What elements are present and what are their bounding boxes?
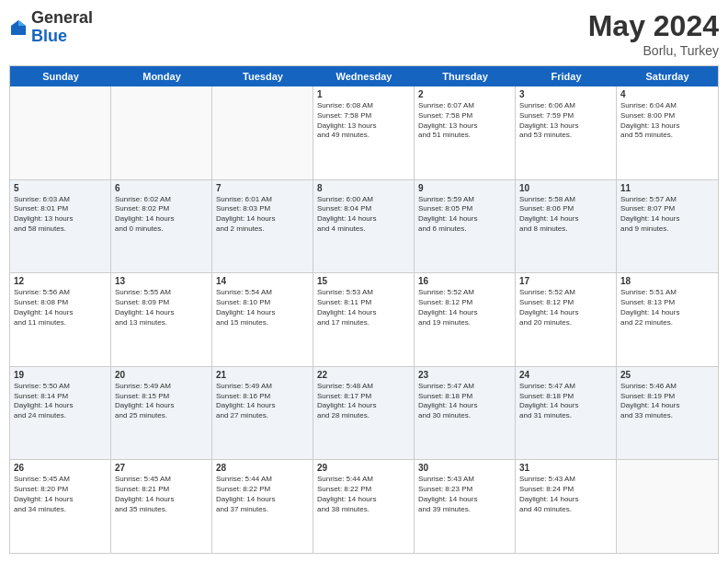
calendar-header: SundayMondayTuesdayWednesdayThursdayFrid… (10, 66, 718, 86)
day-number: 17 (519, 276, 612, 286)
cal-cell-0-1 (111, 86, 212, 179)
cell-line-3: and 19 minutes. (418, 318, 511, 328)
day-number: 31 (519, 463, 612, 473)
cell-line-0: Sunrise: 5:46 AM (620, 382, 714, 392)
cell-line-0: Sunrise: 5:53 AM (317, 288, 410, 298)
day-number: 24 (519, 370, 612, 380)
cell-line-1: Sunset: 8:12 PM (418, 298, 511, 308)
cal-cell-3-3: 22Sunrise: 5:48 AMSunset: 8:17 PMDayligh… (313, 367, 415, 460)
cell-line-0: Sunrise: 5:56 AM (14, 288, 107, 298)
cal-cell-0-6: 4Sunrise: 6:04 AMSunset: 8:00 PMDaylight… (617, 86, 718, 179)
cell-line-3: and 0 minutes. (115, 224, 208, 235)
cal-cell-1-5: 10Sunrise: 5:58 AMSunset: 8:06 PMDayligh… (516, 180, 617, 273)
day-number: 13 (115, 276, 208, 286)
cell-line-3: and 51 minutes. (418, 131, 511, 141)
cell-line-3: and 38 minutes. (317, 505, 410, 515)
cell-info: Sunrise: 5:44 AMSunset: 8:22 PMDaylight:… (216, 475, 309, 514)
cell-line-1: Sunset: 8:24 PM (519, 485, 612, 495)
cell-line-3: and 9 minutes. (620, 224, 714, 235)
cell-line-2: Daylight: 13 hours (519, 121, 612, 132)
cell-line-0: Sunrise: 5:45 AM (14, 475, 107, 485)
cell-line-3: and 25 minutes. (115, 411, 208, 421)
cell-line-1: Sunset: 8:07 PM (620, 204, 714, 214)
svg-marker-1 (18, 20, 26, 26)
cell-line-1: Sunset: 8:13 PM (620, 298, 714, 308)
cell-line-2: Daylight: 14 hours (418, 401, 511, 411)
cell-line-3: and 24 minutes. (14, 411, 107, 421)
cell-line-3: and 35 minutes. (115, 505, 208, 515)
cell-line-1: Sunset: 8:04 PM (317, 204, 410, 214)
cal-cell-1-6: 11Sunrise: 5:57 AMSunset: 8:07 PMDayligh… (617, 180, 718, 273)
cell-info: Sunrise: 5:46 AMSunset: 8:19 PMDaylight:… (620, 382, 714, 421)
cell-line-2: Daylight: 14 hours (317, 308, 410, 318)
page: General Blue May 2024 Borlu, Turkey Sund… (0, 0, 728, 563)
cell-line-0: Sunrise: 6:07 AM (418, 101, 511, 111)
cal-cell-4-5: 31Sunrise: 5:43 AMSunset: 8:24 PMDayligh… (516, 460, 617, 553)
cell-line-2: Daylight: 14 hours (418, 214, 511, 224)
cell-line-3: and 2 minutes. (216, 224, 309, 235)
cell-line-2: Daylight: 14 hours (620, 308, 714, 318)
day-number: 22 (317, 370, 410, 380)
cell-info: Sunrise: 5:58 AMSunset: 8:06 PMDaylight:… (519, 195, 612, 235)
location: Borlu, Turkey (588, 43, 719, 58)
cell-line-1: Sunset: 8:08 PM (14, 298, 107, 308)
cell-line-1: Sunset: 8:02 PM (115, 204, 208, 214)
cell-line-3: and 27 minutes. (216, 411, 309, 421)
cal-cell-0-2 (212, 86, 313, 179)
cell-line-2: Daylight: 13 hours (14, 214, 107, 224)
cal-cell-1-2: 7Sunrise: 6:01 AMSunset: 8:03 PMDaylight… (212, 180, 313, 273)
cell-line-0: Sunrise: 5:51 AM (620, 288, 714, 298)
cell-info: Sunrise: 6:07 AMSunset: 7:58 PMDaylight:… (418, 101, 511, 141)
logo-blue: Blue (31, 28, 93, 46)
day-number: 15 (317, 276, 410, 286)
cal-cell-0-5: 3Sunrise: 6:06 AMSunset: 7:59 PMDaylight… (516, 86, 617, 179)
cell-info: Sunrise: 6:03 AMSunset: 8:01 PMDaylight:… (14, 195, 107, 235)
cal-cell-2-5: 17Sunrise: 5:52 AMSunset: 8:12 PMDayligh… (516, 273, 617, 366)
cal-cell-4-3: 29Sunrise: 5:44 AMSunset: 8:22 PMDayligh… (313, 460, 415, 553)
cal-cell-3-4: 23Sunrise: 5:47 AMSunset: 8:18 PMDayligh… (415, 367, 516, 460)
calendar-body: 1Sunrise: 6:08 AMSunset: 7:58 PMDaylight… (10, 86, 718, 553)
cell-line-2: Daylight: 14 hours (519, 401, 612, 411)
cell-line-0: Sunrise: 5:49 AM (115, 382, 208, 392)
logo-general: General (31, 9, 93, 28)
cell-line-2: Daylight: 13 hours (317, 121, 410, 132)
calendar-row-0: 1Sunrise: 6:08 AMSunset: 7:58 PMDaylight… (10, 86, 718, 180)
cell-line-0: Sunrise: 5:45 AM (115, 475, 208, 485)
cell-line-2: Daylight: 14 hours (519, 214, 612, 224)
cal-cell-3-1: 20Sunrise: 5:49 AMSunset: 8:15 PMDayligh… (111, 367, 212, 460)
calendar: SundayMondayTuesdayWednesdayThursdayFrid… (9, 65, 719, 554)
cell-info: Sunrise: 5:47 AMSunset: 8:18 PMDaylight:… (418, 382, 511, 421)
cell-line-1: Sunset: 7:58 PM (418, 111, 511, 121)
cell-line-1: Sunset: 8:22 PM (216, 485, 309, 495)
cell-line-3: and 53 minutes. (519, 131, 612, 141)
cell-line-1: Sunset: 8:18 PM (418, 392, 511, 402)
cal-cell-3-0: 19Sunrise: 5:50 AMSunset: 8:14 PMDayligh… (10, 367, 111, 460)
cell-info: Sunrise: 5:49 AMSunset: 8:16 PMDaylight:… (216, 382, 309, 421)
cell-line-1: Sunset: 8:23 PM (418, 485, 511, 495)
cell-info: Sunrise: 6:00 AMSunset: 8:04 PMDaylight:… (317, 195, 410, 235)
cell-line-3: and 34 minutes. (14, 505, 107, 515)
cell-line-0: Sunrise: 5:49 AM (216, 382, 309, 392)
cell-line-1: Sunset: 8:11 PM (317, 298, 410, 308)
cell-line-1: Sunset: 8:18 PM (519, 392, 612, 402)
cell-line-2: Daylight: 14 hours (14, 495, 107, 505)
cell-line-2: Daylight: 13 hours (620, 121, 714, 132)
cell-line-0: Sunrise: 5:52 AM (519, 288, 612, 298)
cell-line-2: Daylight: 14 hours (14, 401, 107, 411)
cal-cell-2-3: 15Sunrise: 5:53 AMSunset: 8:11 PMDayligh… (313, 273, 415, 366)
cell-info: Sunrise: 5:59 AMSunset: 8:05 PMDaylight:… (418, 195, 511, 235)
day-number: 27 (115, 463, 208, 473)
cell-line-1: Sunset: 8:10 PM (216, 298, 309, 308)
cell-line-3: and 30 minutes. (418, 411, 511, 421)
cell-line-1: Sunset: 8:14 PM (14, 392, 107, 402)
cal-cell-1-4: 9Sunrise: 5:59 AMSunset: 8:05 PMDaylight… (415, 180, 516, 273)
header: General Blue May 2024 Borlu, Turkey (9, 9, 719, 58)
cell-line-2: Daylight: 14 hours (418, 308, 511, 318)
cell-line-0: Sunrise: 6:01 AM (216, 195, 309, 205)
day-number: 4 (620, 89, 714, 99)
cell-info: Sunrise: 5:50 AMSunset: 8:14 PMDaylight:… (14, 382, 107, 421)
day-number: 12 (14, 276, 107, 286)
cell-line-2: Daylight: 14 hours (519, 495, 612, 505)
cell-line-3: and 49 minutes. (317, 131, 410, 141)
day-number: 1 (317, 89, 410, 99)
